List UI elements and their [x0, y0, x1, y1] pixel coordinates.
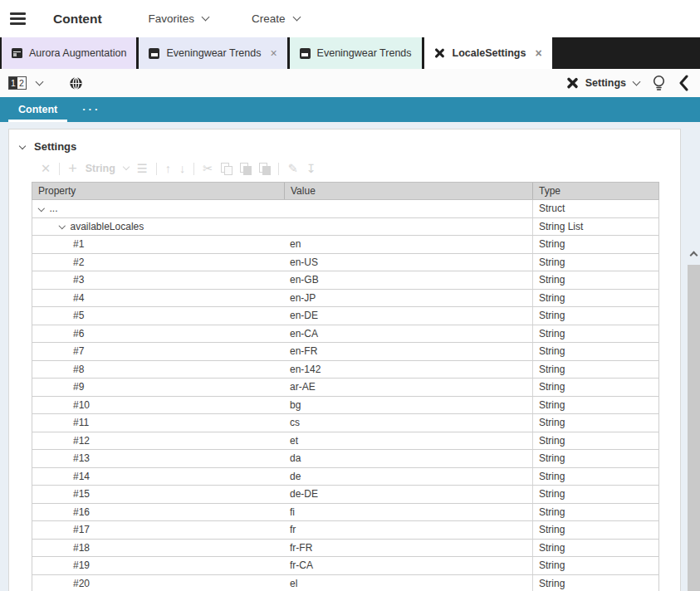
chevron-down-icon: [633, 77, 641, 85]
lightbulb-icon[interactable]: [652, 75, 666, 92]
collapse-panel-icon[interactable]: [678, 75, 688, 91]
table-row[interactable]: #6 en-CA String: [32, 325, 659, 344]
document-tab[interactable]: Eveningwear Trends: [290, 37, 422, 69]
property-type: String: [532, 361, 658, 379]
table-row[interactable]: #12 et String: [32, 432, 659, 451]
add-list-button[interactable]: ☰: [137, 163, 148, 175]
tab-label: Aurora Augmentation: [29, 47, 126, 59]
scrollbar-thumb[interactable]: [688, 265, 700, 591]
table-row[interactable]: #19 fr-CA String: [32, 557, 659, 575]
property-name: #18: [73, 540, 90, 557]
property-type: String: [532, 307, 658, 325]
create-menu[interactable]: Create: [252, 12, 300, 25]
toolbar-separator: [59, 163, 60, 175]
site-icon: [12, 48, 22, 58]
document-tab[interactable]: Aurora Augmentation: [2, 37, 136, 69]
toolbar-separator: [156, 163, 157, 175]
import-button[interactable]: ↧: [306, 163, 316, 175]
property-name: ...: [50, 200, 58, 217]
property-type: String: [532, 468, 658, 486]
table-row[interactable]: #9 ar-AE String: [32, 379, 659, 397]
type-select[interactable]: String: [86, 163, 115, 174]
table-row[interactable]: #4 en-JP String: [32, 290, 659, 308]
settings-dropdown[interactable]: Settings: [566, 77, 639, 89]
property-value: en-142: [284, 361, 532, 379]
tab-content[interactable]: Content: [18, 104, 57, 122]
table-row[interactable]: #5 en-DE String: [32, 307, 659, 325]
property-type: String: [532, 290, 658, 307]
property-type: String: [532, 486, 658, 503]
table-row[interactable]: #1 en String: [32, 236, 659, 254]
property-value: el: [284, 575, 532, 591]
property-name: #13: [73, 450, 90, 467]
table-row[interactable]: #17 fr String: [32, 521, 659, 540]
remove-button[interactable]: ✕: [41, 163, 51, 175]
column-header-value: Value: [284, 183, 532, 199]
property-name: #3: [73, 271, 84, 289]
close-icon[interactable]: ×: [535, 47, 541, 59]
move-down-button[interactable]: ↓: [179, 163, 185, 175]
property-name: #19: [73, 557, 90, 574]
table-body: ... Struct availableLocales String List …: [32, 200, 659, 591]
property-value: en-DE: [284, 307, 532, 325]
close-icon[interactable]: ×: [270, 47, 277, 59]
paste-button[interactable]: [240, 163, 251, 174]
cut-button[interactable]: ✂: [203, 163, 213, 175]
property-name: #16: [73, 504, 90, 521]
table-row[interactable]: #11 cs String: [32, 414, 659, 432]
table-row[interactable]: #20 el String: [32, 575, 659, 591]
property-name: #14: [73, 468, 90, 486]
property-type: String: [532, 271, 658, 289]
table-row[interactable]: #16 fi String: [32, 504, 659, 522]
settings-section-header: Settings: [9, 129, 680, 153]
chevron-down-icon[interactable]: [123, 164, 130, 170]
expand-chevron-icon[interactable]: [59, 222, 66, 229]
paste-special-button[interactable]: [259, 163, 270, 174]
table-row[interactable]: #3 en-GB String: [32, 271, 659, 290]
property-type: String: [532, 504, 658, 521]
move-up-button[interactable]: ↑: [165, 163, 171, 175]
property-type: String: [532, 540, 658, 557]
table-row[interactable]: availableLocales String List: [32, 218, 659, 237]
property-value: da: [284, 450, 532, 467]
property-type: String: [532, 379, 658, 396]
table-row[interactable]: #7 en-FR String: [32, 343, 659, 361]
property-type: String: [532, 254, 658, 271]
copy-button[interactable]: [221, 163, 232, 174]
property-value: en-US: [284, 254, 532, 271]
scroll-up-icon[interactable]: [689, 252, 698, 260]
table-row[interactable]: #14 de String: [32, 468, 659, 486]
more-tabs-icon[interactable]: ···: [82, 103, 100, 122]
document-tab[interactable]: LocaleSettings ×: [424, 37, 552, 69]
favorites-menu[interactable]: Favorites: [149, 12, 209, 25]
hamburger-menu-icon[interactable]: [10, 12, 26, 26]
view-switch[interactable]: 1 2: [8, 76, 27, 90]
table-row[interactable]: #2 en-US String: [32, 254, 659, 272]
property-type: String: [532, 414, 658, 432]
document-tab[interactable]: Eveningwear Trends ×: [139, 37, 286, 69]
add-button[interactable]: +: [68, 161, 77, 176]
table-row[interactable]: #8 en-142 String: [32, 361, 659, 379]
table-row[interactable]: #10 bg String: [32, 397, 659, 415]
table-row[interactable]: #15 de-DE String: [32, 486, 659, 504]
table-row[interactable]: #13 da String: [32, 450, 659, 468]
collapse-section-icon[interactable]: [19, 142, 26, 149]
property-value: en-FR: [284, 343, 532, 360]
property-value: en-CA: [284, 325, 532, 343]
table-row[interactable]: ... Struct: [32, 200, 659, 218]
view-switch-dropdown-icon[interactable]: [36, 77, 44, 85]
expand-chevron-icon[interactable]: [38, 204, 45, 211]
edit-button[interactable]: ✎: [287, 163, 297, 175]
property-value: cs: [284, 414, 532, 432]
vertical-scrollbar[interactable]: [687, 244, 700, 591]
property-name: #1: [73, 236, 84, 253]
property-name: #10: [73, 397, 90, 414]
view-switch-pane-2: 2: [17, 77, 26, 89]
property-type: String: [532, 236, 658, 253]
property-name: #8: [73, 361, 84, 379]
property-value: fi: [284, 504, 532, 521]
tools-icon: [565, 76, 579, 90]
property-type: String: [532, 432, 658, 450]
table-row[interactable]: #18 fr-FR String: [32, 540, 659, 558]
globe-icon[interactable]: [69, 76, 83, 90]
